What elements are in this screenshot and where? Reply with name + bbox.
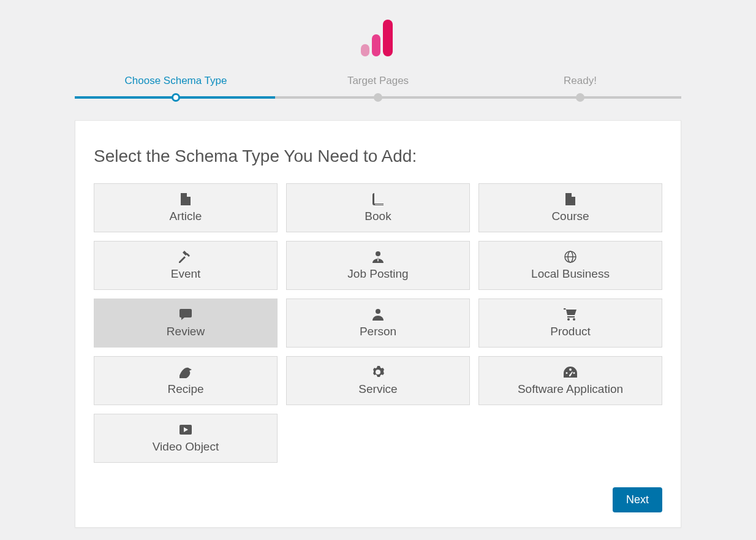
schema-tile-person[interactable]: Person xyxy=(286,299,470,348)
tile-label: Event xyxy=(98,267,273,281)
schema-tile-job-posting[interactable]: Job Posting xyxy=(286,241,470,290)
carrot-icon xyxy=(98,365,273,379)
svg-rect-2 xyxy=(383,20,393,56)
tile-label: Person xyxy=(290,325,466,338)
globe-icon xyxy=(483,250,658,264)
comment-icon xyxy=(98,308,273,321)
gear-icon xyxy=(290,365,466,379)
schema-tile-product[interactable]: Product xyxy=(478,299,662,348)
tile-label: Book xyxy=(290,210,466,223)
tile-label: Course xyxy=(483,210,658,223)
book-icon xyxy=(290,192,466,206)
file-icon xyxy=(483,192,658,206)
user-icon xyxy=(290,308,466,321)
tile-label: Recipe xyxy=(98,382,273,396)
schema-tile-recipe[interactable]: Recipe xyxy=(94,356,278,405)
step-dot-3[interactable] xyxy=(576,93,584,102)
step-label-1[interactable]: Choose Schema Type xyxy=(75,75,277,87)
gavel-icon xyxy=(98,250,273,264)
schema-tile-video-object[interactable]: Video Object xyxy=(94,414,278,463)
tile-label: Product xyxy=(483,325,658,338)
tile-label: Local Business xyxy=(483,267,658,281)
step-label-3[interactable]: Ready! xyxy=(479,75,681,87)
wizard-actions: Next xyxy=(94,487,662,512)
schema-tile-article[interactable]: Article xyxy=(94,183,278,232)
cart-icon xyxy=(483,308,658,321)
schema-tile-book[interactable]: Book xyxy=(286,183,470,232)
svg-rect-0 xyxy=(361,44,369,56)
dashboard-icon xyxy=(483,365,658,379)
tile-label: Job Posting xyxy=(290,267,466,281)
svg-rect-1 xyxy=(372,34,380,56)
step-label-2[interactable]: Target Pages xyxy=(277,75,479,87)
tile-label: Article xyxy=(98,210,273,223)
svg-point-3 xyxy=(376,251,380,256)
play-icon xyxy=(98,423,273,436)
tile-label: Review xyxy=(98,325,273,338)
wizard-stepper: Choose Schema Type Target Pages Ready! xyxy=(75,75,681,102)
step-dot-1[interactable] xyxy=(172,93,180,102)
schema-tile-service[interactable]: Service xyxy=(286,356,470,405)
bars-logo-icon xyxy=(361,17,395,56)
schema-tile-local-business[interactable]: Local Business xyxy=(478,241,662,290)
app-logo xyxy=(0,17,756,56)
schema-type-grid: Article Book Course Event xyxy=(94,183,662,463)
schema-tile-review[interactable]: Review xyxy=(94,299,278,348)
tile-label: Video Object xyxy=(98,440,273,454)
wizard-card: Select the Schema Type You Need to Add: … xyxy=(75,120,681,528)
user-tie-icon xyxy=(290,250,466,264)
step-dot-2[interactable] xyxy=(374,93,382,102)
tile-label: Service xyxy=(290,382,466,396)
schema-tile-event[interactable]: Event xyxy=(94,241,278,290)
svg-point-7 xyxy=(376,309,380,314)
tile-label: Software Application xyxy=(483,382,658,396)
svg-point-8 xyxy=(567,318,570,321)
card-heading: Select the Schema Type You Need to Add: xyxy=(94,146,662,166)
file-icon xyxy=(98,192,273,206)
schema-tile-course[interactable]: Course xyxy=(478,183,662,232)
svg-point-9 xyxy=(573,318,575,321)
schema-tile-software-application[interactable]: Software Application xyxy=(478,356,662,405)
next-button[interactable]: Next xyxy=(613,487,662,512)
